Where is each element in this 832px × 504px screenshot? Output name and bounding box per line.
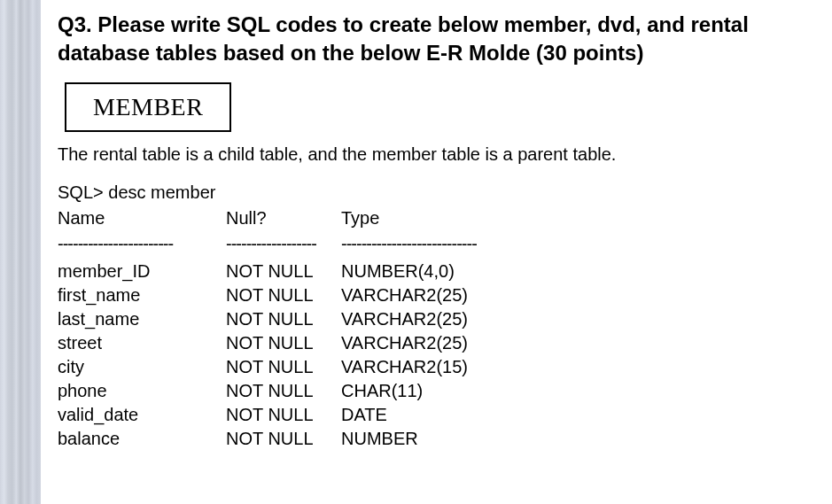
cell-name: balance <box>58 427 226 451</box>
table-row: streetNOT NULLVARCHAR2(25) <box>58 331 805 355</box>
cell-name: street <box>58 331 226 355</box>
table-row: member_IDNOT NULLNUMBER(4,0) <box>58 260 805 283</box>
sql-desc-block: SQL> desc member Name Null? Type -------… <box>58 181 805 451</box>
table-row: phoneNOT NULLCHAR(11) <box>58 379 805 403</box>
cell-type: DATE <box>341 403 805 427</box>
header-name: Name <box>58 206 226 230</box>
header-type: Type <box>341 206 805 230</box>
cell-null: NOT NULL <box>226 427 341 451</box>
cell-name: member_ID <box>58 260 226 283</box>
document-content: Q3. Please write SQL codes to create bel… <box>0 0 832 469</box>
column-header-row: Name Null? Type <box>58 206 805 230</box>
cell-name: last_name <box>58 307 226 331</box>
cell-type: VARCHAR2(25) <box>341 283 805 307</box>
cell-null: NOT NULL <box>226 283 341 307</box>
dash-separator: ----------------------- ----------------… <box>58 232 805 256</box>
dash-type: --------------------------- <box>341 232 563 256</box>
cell-name: phone <box>58 379 226 403</box>
cell-null: NOT NULL <box>226 307 341 331</box>
cell-null: NOT NULL <box>226 355 341 379</box>
cell-type: VARCHAR2(25) <box>341 307 805 331</box>
table-row: valid_dateNOT NULLDATE <box>58 403 805 427</box>
cell-name: valid_date <box>58 403 226 427</box>
cell-null: NOT NULL <box>226 403 341 427</box>
cell-null: NOT NULL <box>226 260 341 283</box>
table-row: balanceNOT NULLNUMBER <box>58 427 805 451</box>
sql-prompt: SQL> desc member <box>58 181 805 205</box>
table-row: cityNOT NULLVARCHAR2(15) <box>58 355 805 379</box>
entity-box-member: MEMBER <box>65 82 231 132</box>
cell-type: VARCHAR2(15) <box>341 355 805 379</box>
cell-type: VARCHAR2(25) <box>341 331 805 355</box>
entity-label: MEMBER <box>93 93 203 120</box>
table-row: first_nameNOT NULLVARCHAR2(25) <box>58 283 805 307</box>
cell-type: CHAR(11) <box>341 379 805 403</box>
cell-name: city <box>58 355 226 379</box>
header-null: Null? <box>226 206 341 230</box>
cell-type: NUMBER <box>341 427 805 451</box>
table-rows: member_IDNOT NULLNUMBER(4,0)first_nameNO… <box>58 260 805 451</box>
question-title: Q3. Please write SQL codes to create bel… <box>58 11 805 68</box>
cell-null: NOT NULL <box>226 379 341 403</box>
dash-null: ------------------ <box>226 232 341 256</box>
dash-name: ----------------------- <box>58 232 226 256</box>
table-row: last_nameNOT NULLVARCHAR2(25) <box>58 307 805 331</box>
cell-null: NOT NULL <box>226 331 341 355</box>
cell-name: first_name <box>58 283 226 307</box>
relationship-note: The rental table is a child table, and t… <box>58 144 805 165</box>
cell-type: NUMBER(4,0) <box>341 260 805 283</box>
